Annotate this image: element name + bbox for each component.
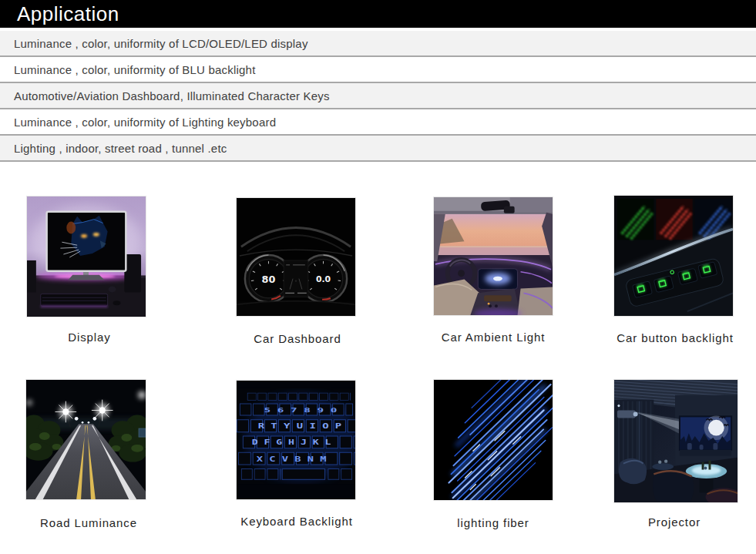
keyboard-home-row: D F G H J K L bbox=[252, 438, 331, 446]
application-row: Luminance , color, uniformity of BLU bac… bbox=[0, 57, 756, 83]
car-button-backlight-image bbox=[613, 195, 734, 317]
caption-road-luminance: Road Luminance bbox=[40, 516, 137, 529]
caption-car-dashboard: Car Dashboard bbox=[254, 332, 341, 345]
application-row: Luminance , color, uniformity of Lightin… bbox=[0, 109, 756, 136]
application-row: Lighting , indoor, street road , tunnel … bbox=[0, 136, 756, 162]
application-page: Application Luminance , color, uniformit… bbox=[0, 0, 756, 554]
caption-car-ambient-light: Car Ambient Light bbox=[442, 331, 546, 344]
keyboard-backlight-image: 5 6 7 8 9 0 R T Y U I O P D F G H J K L … bbox=[236, 380, 356, 500]
application-row: Automotive/Aviation Dashboard, Illuminat… bbox=[0, 83, 756, 109]
caption-display: Display bbox=[68, 331, 110, 344]
caption-keyboard-backlight: Keyboard Backlight bbox=[240, 515, 352, 528]
display-image bbox=[26, 196, 146, 317]
page-title: Application bbox=[0, 2, 119, 26]
projector-image bbox=[613, 379, 738, 503]
fuel-value: 0.0 bbox=[316, 274, 331, 284]
speed-value: 80 bbox=[262, 274, 276, 285]
caption-lighting-fiber: lighting fiber bbox=[457, 516, 529, 529]
caption-car-button-backlight: Car button backlight bbox=[617, 331, 733, 344]
application-row: Luminance , color, uniformity of LCD/OLE… bbox=[0, 31, 756, 57]
caption-projector: Projector bbox=[648, 515, 701, 529]
lighting-fiber-image bbox=[433, 379, 553, 501]
keyboard-number-row: 5 6 7 8 9 0 bbox=[264, 407, 338, 414]
keyboard-bottom-row: X C V B N M bbox=[257, 455, 327, 463]
application-list: Luminance , color, uniformity of LCD/OLE… bbox=[0, 31, 756, 162]
car-dashboard-image: 80 0.0 bbox=[236, 197, 356, 317]
header-bar: Application bbox=[0, 0, 756, 28]
road-luminance-image bbox=[25, 379, 146, 500]
car-ambient-light-image bbox=[433, 196, 553, 316]
keyboard-qwerty-row: R T Y U I O P bbox=[258, 422, 342, 430]
